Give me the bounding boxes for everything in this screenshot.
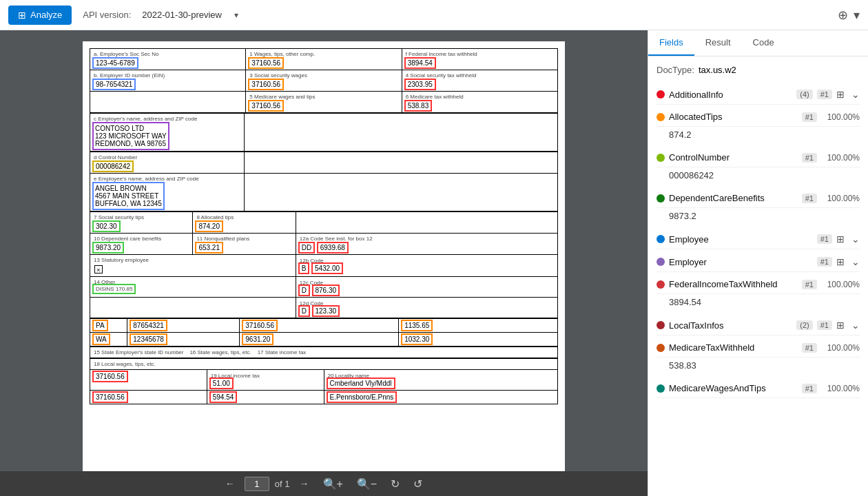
ss-wages-value: 37160.56 bbox=[249, 80, 282, 89]
field-row-federalincometaxwithheld[interactable]: FederalIncomeTaxWithheld#1100.00% bbox=[657, 275, 860, 294]
tab-code[interactable]: Code bbox=[742, 30, 785, 56]
field-expand-button[interactable]: ⌄ bbox=[851, 256, 860, 267]
field-badge: #1 bbox=[802, 343, 817, 353]
employee-addr1: 4567 MAIN STREET bbox=[95, 192, 162, 200]
field-table-icon[interactable]: ⊞ bbox=[836, 89, 845, 100]
api-version-dropdown[interactable]: ▾ bbox=[234, 10, 238, 20]
main-content: a. Employee's Soc Sec No 123-45-6789 1 W… bbox=[0, 30, 868, 496]
field-item: MedicareTaxWithheld#1100.00%538.83 bbox=[657, 338, 860, 376]
locality2: E.Pennsboro/E.Pnns bbox=[328, 393, 396, 402]
field-name-label: LocalTaxInfos bbox=[669, 320, 792, 331]
analyze-button[interactable]: ⊞ Analyze bbox=[8, 6, 72, 25]
field-value-display: 874.2 bbox=[657, 127, 860, 145]
page-of-label: of 1 bbox=[275, 479, 290, 489]
field-item: Employer#1⊞⌄ bbox=[657, 252, 860, 272]
field-dot-controlnumber bbox=[657, 154, 665, 162]
tab-result[interactable]: Result bbox=[694, 30, 742, 56]
field-row-medicarewagesandtips[interactable]: MedicareWagesAndTips#1100.00% bbox=[657, 379, 860, 398]
employer-name: CONTOSO LTD bbox=[95, 125, 167, 132]
field-value-display: 000086242 bbox=[657, 167, 860, 186]
field-item: AllocatedTips#1100.00%874.2 bbox=[657, 107, 860, 145]
layers-button[interactable]: ⊕ bbox=[838, 8, 848, 23]
state2-ein: 12345678 bbox=[131, 335, 166, 344]
field-badge2: #1 bbox=[817, 90, 832, 99]
fed-tax-label: f Federal income tax withheld bbox=[406, 51, 554, 57]
field-row-dependentcarebenefits[interactable]: DependentCareBenefits#1100.00% bbox=[657, 189, 860, 208]
zoom-in-button[interactable]: 🔍+ bbox=[319, 476, 347, 492]
field-item: Employee#1⊞⌄ bbox=[657, 229, 860, 249]
field-row-controlnumber[interactable]: ControlNumber#1100.00% bbox=[657, 148, 860, 167]
ssn-label: a. Employee's Soc Sec No bbox=[94, 51, 242, 57]
state2-tax: 1032.30 bbox=[402, 335, 431, 344]
prev-page-button[interactable]: ← bbox=[221, 477, 239, 490]
dep-care-value: 9873.20 bbox=[94, 243, 123, 252]
field-confidence: 100.00% bbox=[821, 194, 860, 203]
field-badge: #1 bbox=[817, 257, 832, 267]
field-table-icon[interactable]: ⊞ bbox=[836, 234, 845, 245]
field-dot-additionalinfo bbox=[657, 90, 665, 99]
field-badge: (2) bbox=[796, 320, 812, 330]
layers-dropdown-button[interactable]: ▾ bbox=[854, 8, 860, 23]
local-tax2: 594.54 bbox=[211, 393, 236, 402]
box12d-value: 123.30 bbox=[313, 307, 339, 316]
next-page-button[interactable]: → bbox=[296, 477, 313, 490]
field-item: ControlNumber#1100.00%000086242 bbox=[657, 148, 860, 186]
local-wages2: 37160.56 bbox=[94, 393, 127, 402]
panel-tabs: Fields Result Code bbox=[648, 30, 868, 56]
api-version-value: 2022-01-30-preview bbox=[142, 10, 222, 20]
box12a-value: 6939.68 bbox=[318, 243, 347, 252]
state-income-tax-label: 17 State income tax bbox=[258, 349, 307, 355]
state-ein: 87654321 bbox=[131, 321, 166, 330]
field-expand-button[interactable]: ⌄ bbox=[851, 89, 860, 100]
document-image: a. Employee's Soc Sec No 123-45-6789 1 W… bbox=[83, 41, 565, 471]
field-row-allocatedtips[interactable]: AllocatedTips#1100.00% bbox=[657, 107, 860, 127]
analyze-icon: ⊞ bbox=[18, 10, 26, 21]
control-label: d Control Number bbox=[94, 154, 240, 161]
field-confidence: 100.00% bbox=[821, 112, 860, 122]
field-confidence: 100.00% bbox=[821, 280, 860, 289]
state2-label: WA bbox=[94, 335, 109, 344]
nonqual-value: 653.21 bbox=[196, 243, 222, 252]
field-name-label: AllocatedTips bbox=[669, 112, 798, 122]
doctype-value: tax.us.w2 bbox=[699, 65, 736, 75]
locality1: Cmberland Vly/Mddl bbox=[328, 379, 394, 388]
field-expand-button[interactable]: ⌄ bbox=[851, 234, 860, 245]
field-row-medicaretaxwithheld[interactable]: MedicareTaxWithheld#1100.00% bbox=[657, 338, 860, 358]
dep-care-label: 10 Dependent care benefits bbox=[94, 236, 189, 242]
right-panel: Fields Result Code DocType: tax.us.w2 Ad… bbox=[648, 30, 868, 496]
ein-value: 98-7654321 bbox=[94, 80, 134, 89]
field-name-label: DependentCareBenefits bbox=[669, 193, 798, 203]
statutory-label: 13 Statutory employee bbox=[94, 257, 292, 263]
employee-addr2: BUFFALO, WA 12345 bbox=[95, 200, 162, 207]
zoom-out-button[interactable]: 🔍− bbox=[353, 476, 381, 492]
field-badge: (4) bbox=[796, 90, 812, 99]
field-dot-dependentcarebenefits bbox=[657, 194, 665, 203]
field-dot-employee bbox=[657, 235, 665, 243]
field-row-localtaxinfos[interactable]: LocalTaxInfos(2)#1⊞⌄ bbox=[657, 316, 860, 335]
field-item: MedicareWagesAndTips#1100.00% bbox=[657, 379, 860, 398]
field-name-label: FederalIncomeTaxWithheld bbox=[669, 279, 798, 289]
ein-label: b. Employer ID number (EIN) bbox=[94, 72, 242, 79]
rotate-button[interactable]: ↻ bbox=[386, 476, 404, 492]
page-number-input[interactable] bbox=[245, 477, 269, 491]
field-table-icon[interactable]: ⊞ bbox=[836, 320, 845, 331]
state-label: PA bbox=[94, 321, 107, 330]
field-value-display: 9873.2 bbox=[657, 208, 860, 227]
field-table-icon[interactable]: ⊞ bbox=[836, 256, 845, 267]
local-tax: 51.00 bbox=[211, 379, 232, 388]
field-value-display: 3894.54 bbox=[657, 294, 860, 313]
field-row-employer[interactable]: Employer#1⊞⌄ bbox=[657, 252, 860, 272]
w2-form: a. Employee's Soc Sec No 123-45-6789 1 W… bbox=[83, 41, 565, 411]
field-dot-federalincometaxwithheld bbox=[657, 280, 665, 289]
box12c-code: D bbox=[300, 286, 309, 295]
field-row-additionalinfo[interactable]: AdditionalInfo(4)#1⊞⌄ bbox=[657, 85, 860, 105]
toolbar: ⊞ Analyze API version: 2022-01-30-previe… bbox=[0, 0, 868, 30]
tab-fields[interactable]: Fields bbox=[648, 30, 694, 56]
field-expand-button[interactable]: ⌄ bbox=[851, 320, 860, 331]
field-dot-medicarewagesandtips bbox=[657, 384, 665, 393]
field-badge: #1 bbox=[802, 153, 817, 163]
field-badge: #1 bbox=[802, 112, 817, 122]
doctype-label: DocType: bbox=[657, 65, 694, 75]
reset-button[interactable]: ↺ bbox=[409, 476, 426, 492]
field-row-employee[interactable]: Employee#1⊞⌄ bbox=[657, 229, 860, 249]
